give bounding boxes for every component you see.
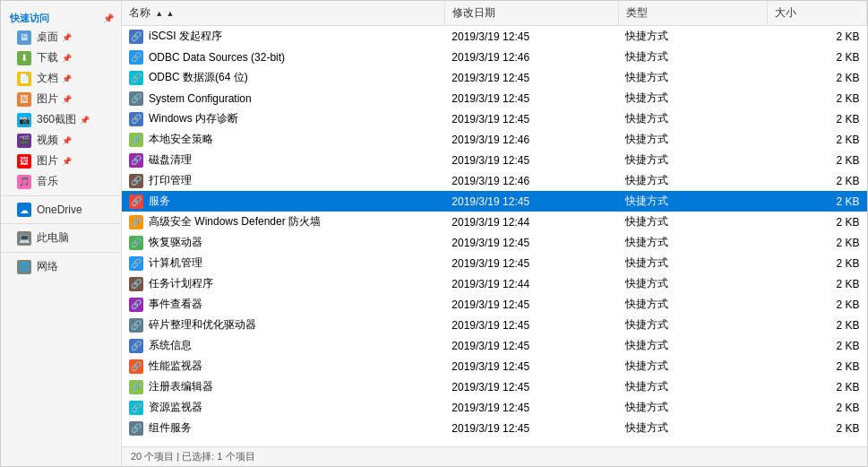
table-row[interactable]: 🔗组件服务2019/3/19 12:45快捷方式2 KB — [122, 418, 867, 438]
pin-icon: 📌 — [103, 13, 114, 23]
onedrive-icon: ☁ — [17, 203, 31, 217]
table-row[interactable]: 🔗System Configuration2019/3/19 12:45快捷方式… — [122, 88, 867, 108]
file-size: 2 KB — [768, 150, 867, 170]
col-header-date[interactable]: 修改日期 — [444, 1, 618, 26]
file-size: 2 KB — [768, 253, 867, 273]
file-size: 2 KB — [768, 294, 867, 315]
file-type: 快捷方式 — [618, 335, 767, 356]
table-row[interactable]: 🔗注册表编辑器2019/3/19 12:45快捷方式2 KB — [122, 376, 867, 397]
file-type: 快捷方式 — [618, 212, 767, 232]
file-date: 2019/3/19 12:45 — [444, 315, 618, 335]
file-name: ODBC 数据源(64 位) — [149, 70, 248, 85]
file-size: 2 KB — [768, 273, 867, 294]
sidebar-item-video[interactable]: 🎬 视频 📌 — [1, 130, 121, 151]
file-icon: 🔗 — [129, 215, 143, 229]
col-header-name[interactable]: 名称 ▲ — [122, 1, 444, 26]
file-table: 名称 ▲ 修改日期 类型 大小 — [122, 1, 867, 438]
table-row[interactable]: 🔗碎片整理和优化驱动器2019/3/19 12:45快捷方式2 KB — [122, 315, 867, 335]
table-row[interactable]: 🔗任务计划程序2019/3/19 12:44快捷方式2 KB — [122, 273, 867, 294]
table-row[interactable]: 🔗服务2019/3/19 12:45快捷方式2 KB — [122, 191, 867, 212]
table-row[interactable]: 🔗事件查看器2019/3/19 12:45快捷方式2 KB — [122, 294, 867, 315]
table-row[interactable]: 🔗系统信息2019/3/19 12:45快捷方式2 KB — [122, 335, 867, 356]
file-name: 本地安全策略 — [149, 132, 213, 147]
file-size: 2 KB — [768, 67, 867, 88]
table-row[interactable]: 🔗计算机管理2019/3/19 12:45快捷方式2 KB — [122, 253, 867, 273]
file-date: 2019/3/19 12:45 — [444, 294, 618, 315]
sidebar-item-network[interactable]: 🌐 网络 — [1, 256, 121, 277]
table-row[interactable]: 🔗资源监视器2019/3/19 12:45快捷方式2 KB — [122, 397, 867, 418]
file-size: 2 KB — [768, 397, 867, 418]
file-date: 2019/3/19 12:45 — [444, 150, 618, 170]
file-icon: 🔗 — [129, 112, 143, 126]
file-name: 计算机管理 — [149, 255, 202, 271]
file-size: 2 KB — [768, 315, 867, 335]
file-date: 2019/3/19 12:44 — [444, 273, 618, 294]
file-type: 快捷方式 — [618, 26, 767, 48]
table-row[interactable]: 🔗Windows 内存诊断2019/3/19 12:45快捷方式2 KB — [122, 108, 867, 129]
pin-icon: 📌 — [62, 136, 72, 145]
network-icon: 🌐 — [17, 260, 31, 274]
file-name: ODBC Data Sources (32-bit) — [149, 51, 285, 64]
sidebar-item-music[interactable]: 🎵 音乐 — [1, 171, 121, 192]
table-row[interactable]: 🔗性能监视器2019/3/19 12:45快捷方式2 KB — [122, 356, 867, 376]
file-size: 2 KB — [768, 170, 867, 191]
table-row[interactable]: 🔗ODBC 数据源(64 位)2019/3/19 12:45快捷方式2 KB — [122, 67, 867, 88]
sidebar-item-download[interactable]: ⬇ 下载 📌 — [1, 48, 121, 68]
sidebar-item-desktop[interactable]: 🖥 桌面 📌 — [1, 27, 121, 48]
file-icon: 🔗 — [129, 91, 143, 106]
video-icon: 🎬 — [17, 134, 31, 148]
table-header-row: 名称 ▲ 修改日期 类型 大小 — [122, 1, 867, 26]
table-row[interactable]: 🔗磁盘清理2019/3/19 12:45快捷方式2 KB — [122, 150, 867, 170]
table-row[interactable]: 🔗恢复驱动器2019/3/19 12:45快捷方式2 KB — [122, 232, 867, 253]
sidebar-item-doc[interactable]: 📄 文档 📌 — [1, 68, 121, 89]
col-header-type[interactable]: 类型 — [618, 1, 767, 26]
table-row[interactable]: 🔗iSCSI 发起程序2019/3/19 12:45快捷方式2 KB — [122, 26, 867, 48]
table-row[interactable]: 🔗高级安全 Windows Defender 防火墙2019/3/19 12:4… — [122, 212, 867, 232]
file-date: 2019/3/19 12:45 — [444, 397, 618, 418]
file-size: 2 KB — [768, 232, 867, 253]
file-icon: 🔗 — [129, 153, 143, 168]
file-type: 快捷方式 — [618, 418, 767, 438]
sidebar-item-this-pc[interactable]: 💻 此电脑 — [1, 228, 121, 248]
file-icon: 🔗 — [129, 174, 143, 188]
file-icon: 🔗 — [129, 380, 143, 394]
file-type: 快捷方式 — [618, 294, 767, 315]
file-name: 磁盘清理 — [149, 152, 192, 168]
file-type: 快捷方式 — [618, 170, 767, 191]
file-icon: 🔗 — [129, 298, 143, 312]
sort-arrow: ▲ — [155, 9, 163, 18]
file-date: 2019/3/19 12:45 — [444, 418, 618, 438]
file-name: 高级安全 Windows Defender 防火墙 — [149, 214, 321, 229]
file-date: 2019/3/19 12:45 — [444, 253, 618, 273]
file-size: 2 KB — [768, 26, 867, 48]
file-name: Windows 内存诊断 — [149, 111, 238, 126]
file-date: 2019/3/19 12:46 — [444, 170, 618, 191]
file-type: 快捷方式 — [618, 232, 767, 253]
file-size: 2 KB — [768, 356, 867, 376]
file-size: 2 KB — [768, 129, 867, 150]
pin-icon: 📌 — [62, 54, 72, 63]
file-name: System Configuration — [149, 92, 252, 105]
file-type: 快捷方式 — [618, 88, 767, 108]
file-icon: 🔗 — [129, 339, 143, 353]
sidebar-item-onedrive[interactable]: ☁ OneDrive — [1, 200, 121, 220]
sidebar-item-pic[interactable]: 🖼 图片 📌 — [1, 89, 121, 109]
file-name: 恢复驱动器 — [149, 235, 202, 250]
sidebar-divider-2 — [1, 223, 121, 224]
table-row[interactable]: 🔗本地安全策略2019/3/19 12:46快捷方式2 KB — [122, 129, 867, 150]
file-type: 快捷方式 — [618, 129, 767, 150]
sidebar-item-360[interactable]: 📷 360截图 📌 — [1, 109, 121, 130]
table-row[interactable]: 🔗打印管理2019/3/19 12:46快捷方式2 KB — [122, 170, 867, 191]
sidebar-item-pic2[interactable]: 🖼 图片 📌 — [1, 151, 121, 171]
file-type: 快捷方式 — [618, 376, 767, 397]
sidebar-quick-access-header[interactable]: 快速访问 📌 — [1, 8, 121, 27]
sidebar-divider-3 — [1, 252, 121, 253]
file-type: 快捷方式 — [618, 253, 767, 273]
file-date: 2019/3/19 12:45 — [444, 335, 618, 356]
file-icon: 🔗 — [129, 236, 143, 250]
file-size: 2 KB — [768, 108, 867, 129]
sidebar: 快速访问 📌 🖥 桌面 📌 ⬇ 下载 📌 📄 文档 📌 🖼 — [1, 1, 122, 466]
file-scroll[interactable]: 名称 ▲ 修改日期 类型 大小 — [122, 1, 867, 446]
table-row[interactable]: 🔗ODBC Data Sources (32-bit)2019/3/19 12:… — [122, 47, 867, 67]
col-header-size[interactable]: 大小 — [768, 1, 867, 26]
